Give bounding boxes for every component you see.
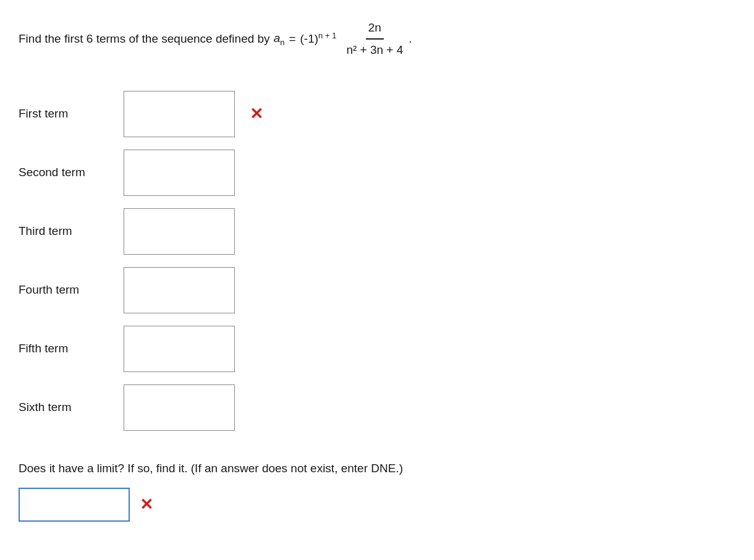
formula-fraction: 2n n² + 3n + 4 bbox=[344, 19, 405, 60]
term-row-fifth: Fifth term bbox=[19, 320, 735, 378]
term-label-first: First term bbox=[19, 107, 111, 121]
limit-section: Does it have a limit? If so, find it. (I… bbox=[19, 462, 735, 522]
formula-a: an bbox=[274, 29, 285, 49]
fraction-numerator: 2n bbox=[366, 19, 384, 40]
x-mark-first: ✕ bbox=[250, 104, 263, 124]
term-row-second: Second term bbox=[19, 143, 735, 202]
term-input-first[interactable] bbox=[124, 91, 235, 137]
problem-text: Find the first 6 terms of the sequence d… bbox=[19, 30, 270, 48]
term-input-fifth[interactable] bbox=[124, 326, 235, 372]
term-input-fourth[interactable] bbox=[124, 267, 235, 313]
term-label-fourth: Fourth term bbox=[19, 283, 111, 297]
term-input-sixth[interactable] bbox=[124, 384, 235, 431]
fraction-denominator: n² + 3n + 4 bbox=[344, 40, 405, 59]
formula-period: . bbox=[409, 30, 412, 48]
formula-container: an = (-1)n + 1 2n n² + 3n + 4 . bbox=[274, 19, 412, 60]
term-label-fifth: Fifth term bbox=[19, 342, 111, 355]
term-label-second: Second term bbox=[19, 166, 111, 179]
limit-input-row: ✕ bbox=[19, 488, 735, 522]
problem-statement: Find the first 6 terms of the sequence d… bbox=[19, 19, 735, 60]
term-row-first: First term ✕ bbox=[19, 85, 735, 143]
term-row-sixth: Sixth term bbox=[19, 378, 735, 437]
limit-input[interactable] bbox=[19, 488, 130, 522]
limit-question: Does it have a limit? If so, find it. (I… bbox=[19, 462, 735, 475]
formula-equals: = bbox=[289, 30, 295, 48]
term-input-second[interactable] bbox=[124, 150, 235, 196]
formula-base: (-1)n + 1 bbox=[300, 30, 337, 49]
terms-grid: First term ✕ Second term Third term Four… bbox=[19, 85, 735, 437]
term-input-third[interactable] bbox=[124, 208, 235, 255]
x-mark-limit: ✕ bbox=[140, 495, 153, 514]
term-label-sixth: Sixth term bbox=[19, 401, 111, 414]
term-row-fourth: Fourth term bbox=[19, 261, 735, 320]
term-label-third: Third term bbox=[19, 224, 111, 238]
term-row-third: Third term bbox=[19, 202, 735, 261]
